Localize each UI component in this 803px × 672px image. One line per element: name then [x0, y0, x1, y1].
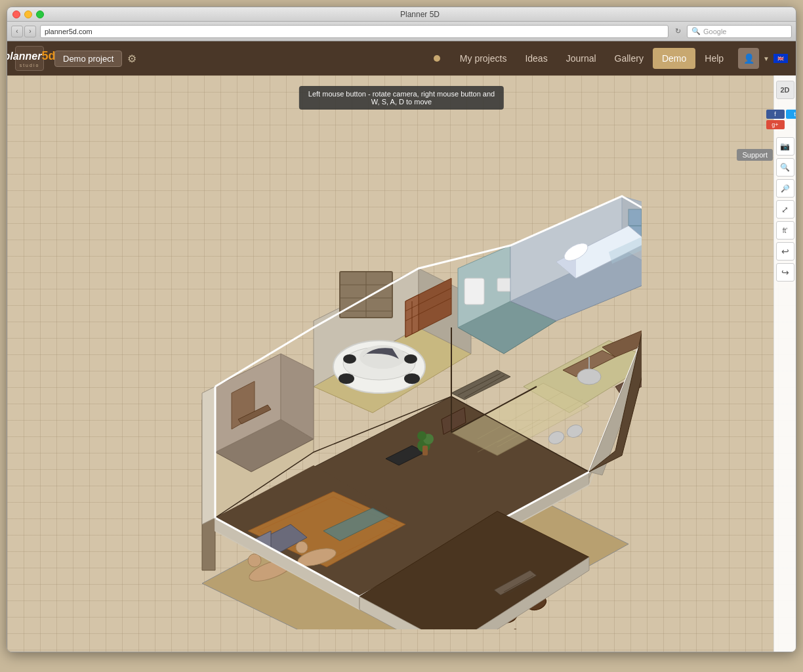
user-area: 👤 ▼ 🇬🇧: [738, 48, 788, 69]
user-dropdown-arrow[interactable]: ▼: [763, 55, 770, 62]
maximize-button[interactable]: [36, 10, 44, 18]
settings-button[interactable]: ⚙: [127, 52, 136, 65]
redo-button[interactable]: ↪: [776, 263, 794, 282]
mode-2d-button[interactable]: 2D: [776, 81, 794, 99]
2d-label: 2D: [780, 86, 789, 94]
nav-dot: [434, 55, 440, 62]
window-title: Planner 5D: [49, 10, 791, 19]
undo-icon: ↩: [781, 246, 789, 257]
nav-ideas[interactable]: Ideas: [516, 48, 556, 69]
browser-window: Planner 5D ‹ › planner5d.com ↻ 🔍 Google …: [7, 7, 796, 652]
svg-point-18: [404, 373, 420, 384]
canvas-area[interactable]: Left mouse button - rotate camera, right…: [7, 75, 796, 652]
logo-box: planner 5d studio: [15, 46, 44, 71]
search-icon: 🔍: [691, 27, 701, 35]
tooltip-line1: Left mouse button - rotate camera, right…: [308, 90, 495, 98]
fit-screen-button[interactable]: ⤢: [776, 200, 794, 219]
svg-rect-52: [501, 629, 520, 629]
units-label: ft': [783, 227, 787, 234]
svg-point-17: [339, 373, 354, 384]
camera-icon: 📷: [780, 142, 790, 151]
camera-button[interactable]: 📷: [776, 137, 794, 156]
logo-5d-text: 5d: [41, 49, 55, 63]
tooltip-line2: W, S, A, D to move: [371, 98, 432, 106]
url-bar[interactable]: planner5d.com: [40, 25, 669, 38]
logo-studio-text: studio: [20, 63, 40, 68]
svg-point-82: [566, 423, 585, 439]
facebook-icon: f: [774, 111, 776, 117]
app-navbar: planner 5d studio Demo project ⚙ My proj…: [7, 41, 796, 75]
svg-point-20: [404, 354, 417, 364]
social-buttons: f t g+: [766, 110, 796, 129]
house-3d-view: [130, 137, 642, 629]
nav-my-projects[interactable]: My projects: [451, 48, 516, 69]
twitter-icon: t: [794, 111, 796, 117]
window-buttons: [12, 10, 44, 18]
title-bar: Planner 5D: [7, 7, 796, 22]
svg-marker-89: [202, 387, 215, 524]
zoom-out-button[interactable]: 🔎: [776, 179, 794, 198]
right-toolbar: 2D f t g+: [773, 75, 796, 652]
project-name-area: Demo project ⚙: [54, 51, 136, 67]
svg-point-43: [577, 369, 601, 385]
minimize-button[interactable]: [24, 10, 32, 18]
svg-marker-3: [202, 518, 215, 570]
nav-demo[interactable]: Demo: [653, 48, 695, 69]
zoom-out-icon: 🔎: [781, 184, 790, 193]
svg-point-83: [547, 429, 566, 446]
project-name[interactable]: Demo project: [54, 51, 122, 67]
nav-gallery[interactable]: Gallery: [606, 48, 653, 69]
svg-point-19: [343, 354, 356, 364]
main-content: Left mouse button - rotate camera, right…: [7, 75, 796, 652]
twitter-button[interactable]: t: [786, 110, 796, 119]
zoom-in-button[interactable]: 🔍: [776, 158, 794, 177]
facebook-button[interactable]: f: [766, 110, 785, 119]
address-bar: ‹ › planner5d.com ↻ 🔍 Google: [7, 22, 796, 41]
search-bar[interactable]: 🔍 Google: [687, 25, 792, 38]
close-button[interactable]: [12, 10, 20, 18]
svg-point-60: [296, 541, 308, 553]
nav-journal[interactable]: Journal: [557, 48, 606, 69]
forward-button[interactable]: ›: [24, 26, 36, 37]
nav-links: My projects Ideas Journal Gallery Demo H…: [423, 48, 733, 69]
zoom-in-icon: 🔍: [780, 163, 790, 172]
svg-rect-29: [464, 278, 484, 304]
fit-icon: ⤢: [781, 205, 789, 215]
back-button[interactable]: ‹: [11, 26, 23, 37]
svg-point-65: [417, 431, 426, 440]
undo-button[interactable]: ↩: [776, 242, 794, 261]
svg-rect-66: [422, 446, 428, 455]
support-button[interactable]: Support: [737, 149, 773, 161]
units-button[interactable]: ft': [776, 221, 794, 240]
svg-point-58: [248, 554, 261, 567]
nav-help[interactable]: Help: [695, 48, 733, 69]
logo-planner-text: planner: [7, 51, 41, 62]
svg-marker-73: [451, 370, 510, 400]
language-flag[interactable]: 🇬🇧: [773, 54, 788, 63]
url-text: planner5d.com: [45, 28, 93, 35]
logo-area: planner 5d studio: [15, 46, 44, 71]
search-placeholder: Google: [703, 28, 726, 35]
tooltip: Left mouse button - rotate camera, right…: [299, 86, 504, 110]
refresh-button[interactable]: ↻: [672, 26, 683, 37]
googleplus-button[interactable]: g+: [766, 120, 785, 129]
redo-icon: ↪: [781, 267, 789, 278]
googleplus-icon: g+: [772, 121, 778, 128]
user-avatar[interactable]: 👤: [738, 48, 759, 69]
